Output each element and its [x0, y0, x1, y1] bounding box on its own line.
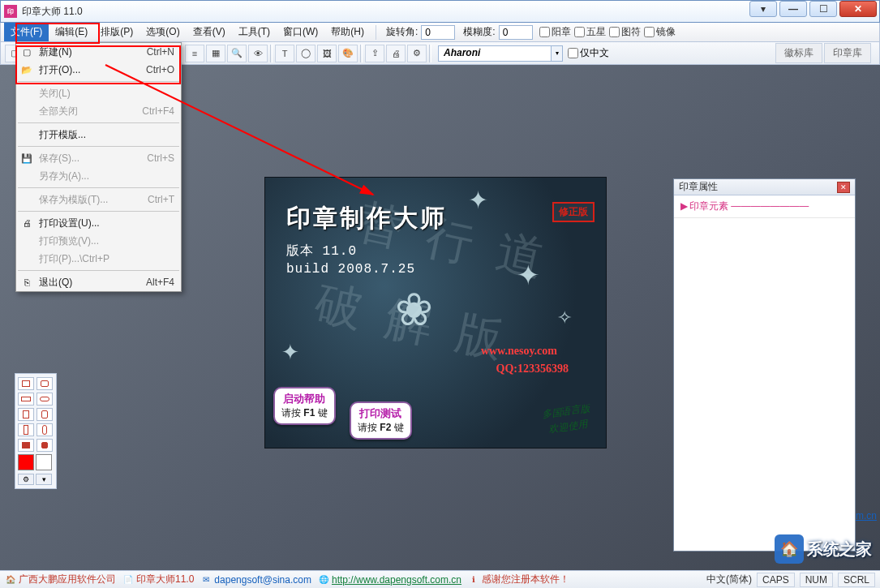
- menu-file[interactable]: 文件(F): [4, 23, 49, 41]
- leaf-icon: ✧: [557, 307, 572, 328]
- help-button[interactable]: 启动帮助 请按 F1 键: [273, 387, 336, 425]
- minimize-button[interactable]: [779, 1, 807, 17]
- menu-options[interactable]: 选项(O): [140, 23, 186, 41]
- tool-text-icon[interactable]: T: [275, 45, 294, 62]
- status-web-link[interactable]: http://www.dapengsoft.com.cn: [332, 574, 461, 586]
- splash-version: 版本 11.0: [286, 242, 357, 260]
- menu-item-print-preview: 打印预览(V)...: [16, 232, 181, 250]
- open-file-icon: 📂: [20, 63, 33, 76]
- menu-item-print-setup[interactable]: 🖨打印设置(U)...: [16, 214, 181, 232]
- leaf-icon: ✦: [468, 186, 488, 214]
- status-email-link[interactable]: dapengsoft@sina.com: [214, 574, 311, 586]
- tool-export-icon[interactable]: ⇪: [365, 45, 384, 62]
- tool-preview-icon[interactable]: 👁: [248, 45, 268, 62]
- palette-tool-icon[interactable]: ⚙: [18, 474, 34, 485]
- blur-label: 模糊度:: [463, 25, 495, 39]
- info-icon: ℹ: [468, 574, 479, 586]
- email-icon: ✉: [200, 574, 212, 586]
- tool-align-icon[interactable]: ≡: [185, 45, 204, 62]
- menu-edit[interactable]: 编辑(E): [49, 23, 94, 41]
- check-yang[interactable]: 阳章: [539, 25, 571, 39]
- print-setup-icon: 🖨: [20, 217, 33, 230]
- rotate-label: 旋转角:: [386, 25, 418, 39]
- menubar: 文件(F) 编辑(E) 排版(P) 选项(O) 查看(V) 工具(T) 窗口(W…: [0, 23, 880, 42]
- tool-zoom-icon[interactable]: 🔍: [227, 45, 247, 62]
- home-icon: 🏠: [5, 574, 16, 586]
- close-button[interactable]: [839, 1, 877, 17]
- tool-settings-icon[interactable]: ⚙: [407, 45, 427, 62]
- property-close-icon[interactable]: ✕: [837, 182, 850, 193]
- splash-panel: 替 行 道 破 解 版 ✦ ❀ ✦ ✦ ✧ 印章制作大师 版本 11.0 bui…: [264, 177, 607, 449]
- statusbar: 🏠广西大鹏应用软件公司 📄印章大师11.0 ✉dapengsoft@sina.c…: [0, 570, 880, 588]
- menu-view[interactable]: 查看(V): [187, 23, 232, 41]
- font-dropdown-icon[interactable]: ▾: [552, 45, 563, 62]
- menu-item-save-template: 保存为模版(T)...Ctrl+T: [16, 191, 181, 208]
- status-register: 感谢您注册本软件！: [482, 573, 569, 586]
- app-icon: 印: [4, 5, 17, 18]
- print-test-button[interactable]: 打印测试 请按 F2 键: [350, 401, 412, 440]
- tool-shape-icon[interactable]: ◯: [296, 45, 316, 62]
- save-icon: 💾: [20, 152, 33, 165]
- shape-btn[interactable]: [36, 393, 53, 406]
- menu-tools[interactable]: 工具(T): [232, 23, 277, 41]
- window-dropdown-button[interactable]: [749, 1, 777, 17]
- splash-qq: QQ:123356398: [496, 363, 569, 376]
- property-panel-title: 印章属性 ✕: [674, 179, 855, 195]
- font-select[interactable]: Aharoni: [438, 45, 552, 62]
- maximize-button[interactable]: [809, 1, 837, 17]
- menu-item-open[interactable]: 📂打开(O)...Ctrl+O: [16, 61, 181, 79]
- tab-logo-lib[interactable]: 徽标库: [775, 43, 822, 63]
- menu-layout[interactable]: 排版(P): [94, 23, 140, 41]
- menu-item-print: 打印(P)...\Ctrl+P: [16, 250, 181, 268]
- property-section[interactable]: ▶印章元素 ————————: [674, 195, 855, 218]
- check-symbol[interactable]: 图符: [609, 25, 641, 39]
- shape-btn[interactable]: [18, 439, 34, 452]
- shape-btn[interactable]: [18, 423, 34, 436]
- menu-item-new[interactable]: ▢新建(N)Ctrl+N: [16, 43, 181, 61]
- check-mirror[interactable]: 镜像: [644, 25, 676, 39]
- shape-btn[interactable]: [18, 377, 34, 390]
- blur-input[interactable]: 0: [499, 25, 533, 40]
- menu-item-exit[interactable]: ⎘退出(Q)Alt+F4: [16, 273, 181, 291]
- status-lang: 中文(简体): [706, 573, 752, 587]
- shape-btn[interactable]: [36, 423, 53, 436]
- tool-color-icon[interactable]: 🎨: [338, 45, 358, 62]
- menu-item-save: 💾保存(S)...Ctrl+S: [16, 149, 181, 167]
- color-swatch-white[interactable]: [36, 454, 52, 470]
- window-title: 印章大师 11.0: [22, 5, 876, 19]
- menu-item-open-template[interactable]: 打开模版...: [16, 126, 181, 144]
- status-caps: CAPS: [757, 573, 795, 587]
- tab-seal-lib[interactable]: 印章库: [824, 43, 871, 63]
- palette-dropdown-icon[interactable]: ▾: [36, 474, 52, 485]
- menu-item-close: 关闭(L): [16, 84, 181, 102]
- splash-title: 印章制作大师: [286, 202, 447, 235]
- new-file-icon: ▢: [20, 45, 33, 58]
- splash-multilang: 多国语言版 欢迎使用: [541, 399, 594, 436]
- leaf-icon: ✦: [517, 259, 539, 291]
- status-num: NUM: [800, 573, 833, 587]
- file-menu-dropdown: ▢新建(N)Ctrl+N 📂打开(O)...Ctrl+O 关闭(L) 全部关闭C…: [15, 42, 182, 292]
- status-product: 印章大师11.0: [136, 573, 194, 586]
- status-scrl: SCRL: [838, 573, 875, 587]
- tool-grid-icon[interactable]: ▦: [206, 45, 225, 62]
- tool-image-icon[interactable]: 🖼: [317, 45, 337, 62]
- property-panel: 印章属性 ✕ ▶印章元素 ————————: [673, 178, 856, 552]
- exit-icon: ⎘: [20, 276, 33, 289]
- menu-window[interactable]: 窗口(W): [277, 23, 324, 41]
- menu-item-close-all: 全部关闭Ctrl+F4: [16, 102, 181, 120]
- color-swatch-red[interactable]: [18, 454, 34, 470]
- shape-btn[interactable]: [18, 408, 34, 421]
- rotate-input[interactable]: 0: [421, 25, 455, 40]
- shape-btn[interactable]: [18, 393, 34, 406]
- menu-help[interactable]: 帮助(H): [324, 23, 371, 41]
- check-cn-only[interactable]: 仅中文: [568, 46, 609, 60]
- shape-btn[interactable]: [36, 439, 53, 452]
- splash-build: build 2008.7.25: [286, 262, 415, 277]
- check-star[interactable]: 五星: [574, 25, 606, 39]
- tool-print-icon[interactable]: 🖨: [386, 45, 406, 62]
- leaf-icon: ❀: [395, 283, 433, 336]
- globe-icon: 🌐: [318, 574, 329, 586]
- splash-url: www.nesoy.com: [481, 345, 557, 358]
- shape-btn[interactable]: [36, 408, 53, 421]
- shape-btn[interactable]: [36, 377, 53, 390]
